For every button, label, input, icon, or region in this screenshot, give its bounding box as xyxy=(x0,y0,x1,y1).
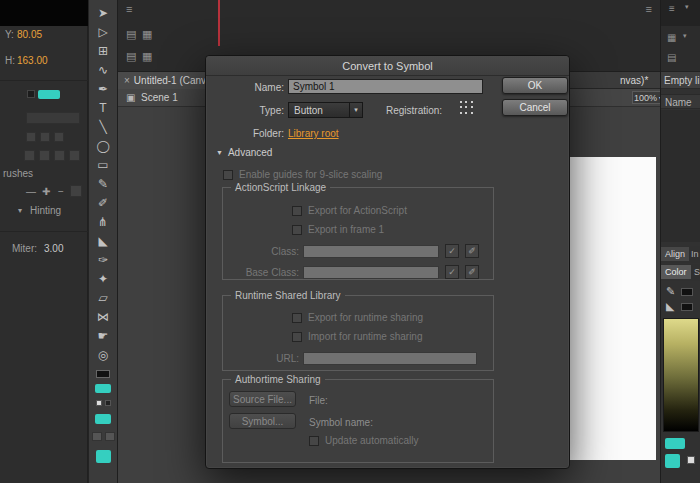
dock-list-icon[interactable]: ▤ xyxy=(667,52,676,63)
new-folder-icon[interactable]: ▤ xyxy=(126,28,136,41)
line-tool-icon[interactable]: ╲ xyxy=(89,117,117,136)
cancel-button[interactable]: Cancel xyxy=(502,99,568,116)
bone-tool-icon[interactable]: ⋔ xyxy=(89,212,117,231)
url-input[interactable] xyxy=(303,352,477,365)
rectangle-tool-icon[interactable]: ▭ xyxy=(89,155,117,174)
update-automatically-checkbox[interactable] xyxy=(309,436,319,446)
current-color-swatch[interactable] xyxy=(665,438,685,449)
ok-button[interactable]: OK xyxy=(502,77,568,94)
class-input[interactable] xyxy=(303,245,439,258)
symbol-button[interactable]: Symbol... xyxy=(229,413,296,429)
export-actionscript-checkbox[interactable] xyxy=(292,206,302,216)
fill-color-swatch[interactable] xyxy=(95,384,111,393)
library-item-list[interactable] xyxy=(661,110,700,242)
pen-tool-icon[interactable]: ✒ xyxy=(89,79,117,98)
panel-menu-icon[interactable]: ≡ xyxy=(126,3,132,15)
remove-brush-icon[interactable]: − xyxy=(58,186,64,197)
base-class-validate-button[interactable]: ✓ xyxy=(445,265,459,279)
subselection-tool-icon[interactable]: ▷ xyxy=(89,22,117,41)
stroke-color-chip[interactable] xyxy=(681,288,693,296)
close-tab-icon[interactable]: × xyxy=(124,75,130,86)
class-validate-button[interactable]: ✓ xyxy=(445,244,459,258)
class-edit-button[interactable]: ✐ xyxy=(465,244,479,258)
export-frame1-checkbox[interactable] xyxy=(292,225,302,235)
fill-color-swatch[interactable] xyxy=(38,90,60,99)
miter-label: Miter: xyxy=(12,243,37,254)
registration-grid[interactable] xyxy=(458,99,475,116)
fill-color-bucket-icon[interactable]: ◣ xyxy=(666,300,674,313)
joint-option-button[interactable] xyxy=(54,150,65,161)
hand-tool-icon[interactable]: ☛ xyxy=(89,326,117,345)
type-dropdown[interactable]: Button ▾ xyxy=(288,102,363,118)
stroke-option-button[interactable] xyxy=(40,132,50,142)
width-tool-icon[interactable]: ⋈ xyxy=(89,307,117,326)
free-transform-tool-icon[interactable]: ⊞ xyxy=(89,41,117,60)
library-root-link[interactable]: Library root xyxy=(288,128,339,139)
dialog-title-bar[interactable]: Convert to Symbol xyxy=(206,56,569,76)
base-class-edit-button[interactable]: ✐ xyxy=(465,265,479,279)
workspace-menu-icon[interactable]: ≡ xyxy=(669,3,675,14)
advanced-section-toggle[interactable]: ▼ Advanced xyxy=(216,147,272,158)
default-colors-icon[interactable] xyxy=(96,400,102,406)
base-class-input[interactable] xyxy=(303,266,439,279)
alpha-swatch[interactable] xyxy=(687,456,695,464)
slice-guides-checkbox[interactable] xyxy=(223,170,233,180)
symbol-name-input[interactable]: Symbol 1 xyxy=(288,79,483,94)
add-brush-icon[interactable]: ✚ xyxy=(42,186,50,197)
frame-grid-icon[interactable]: ▦ xyxy=(142,28,152,41)
tool-option-button[interactable] xyxy=(105,432,115,441)
color-default-swap-controls xyxy=(96,400,111,406)
joint-option-button[interactable] xyxy=(24,150,35,161)
brush-editor-button[interactable] xyxy=(70,185,82,197)
chevron-down-icon[interactable]: ▾ xyxy=(683,32,687,40)
text-tool-icon[interactable]: T xyxy=(89,98,117,117)
lasso-tool-icon[interactable]: ∿ xyxy=(89,60,117,79)
color-preview-swatch[interactable] xyxy=(665,454,680,468)
fill-color-chip[interactable] xyxy=(681,303,693,311)
tab-color[interactable]: Color xyxy=(661,265,691,279)
style-dropdown[interactable] xyxy=(26,112,80,124)
right-panel-column: ≡ ▾ ▦ ▾ ▤ Empty libra Name Align In Colo… xyxy=(660,0,700,483)
export-actionscript-label: Export for ActionScript xyxy=(308,205,407,216)
dock-grid-icon[interactable]: ▦ xyxy=(667,32,676,43)
playhead-marker[interactable] xyxy=(218,0,220,46)
library-name-column-header[interactable]: Name xyxy=(661,94,700,109)
stroke-option-button[interactable] xyxy=(26,132,36,142)
y-coordinate-value[interactable]: 80.05 xyxy=(17,29,42,40)
stroke-color-swatch[interactable] xyxy=(96,370,110,378)
export-runtime-checkbox[interactable] xyxy=(292,313,302,323)
registration-label: Registration: xyxy=(386,105,442,116)
selection-tool-icon[interactable]: ➤ xyxy=(89,3,117,22)
timeline-menu-icon[interactable]: ≡ xyxy=(646,3,652,15)
eyedropper-tool-icon[interactable]: ✦ xyxy=(89,269,117,288)
layer-folder-icon[interactable]: ▤ xyxy=(126,50,136,63)
stroke-option-button[interactable] xyxy=(54,132,64,142)
hinting-dropdown[interactable]: Hinting xyxy=(30,205,61,216)
tab-info-fragment[interactable]: In xyxy=(691,249,699,259)
joint-option-button[interactable] xyxy=(39,150,50,161)
zoom-tool-icon[interactable]: ◎ xyxy=(89,345,117,364)
swap-colors-icon[interactable] xyxy=(105,400,111,406)
pencil-tool-icon[interactable]: ✎ xyxy=(89,174,117,193)
height-value[interactable]: 163.00 xyxy=(17,55,48,66)
ink-bottle-tool-icon[interactable]: ✑ xyxy=(89,250,117,269)
eraser-tool-icon[interactable]: ▱ xyxy=(89,288,117,307)
brush-tool-icon[interactable]: ✐ xyxy=(89,193,117,212)
oval-tool-icon[interactable]: ◯ xyxy=(89,136,117,155)
source-file-button[interactable]: Source File... xyxy=(229,391,296,407)
zoom-level-value: 100% xyxy=(634,93,657,103)
fill-color-swatch[interactable] xyxy=(95,414,111,424)
paint-bucket-tool-icon[interactable]: ◣ xyxy=(89,231,117,250)
scene-breadcrumb[interactable]: Scene 1 xyxy=(141,92,178,103)
import-runtime-checkbox[interactable] xyxy=(292,332,302,342)
color-picker-gradient[interactable] xyxy=(663,318,699,432)
tab-swatches-fragment[interactable]: S xyxy=(694,267,700,277)
tab-align[interactable]: Align xyxy=(661,247,689,261)
chevron-down-icon[interactable]: ▾ xyxy=(685,3,689,11)
layer-grid-icon[interactable]: ▦ xyxy=(142,50,152,63)
tool-option-button[interactable] xyxy=(92,432,102,441)
fill-color-swatch[interactable] xyxy=(96,450,111,463)
joint-option-button[interactable] xyxy=(69,150,80,161)
miter-value[interactable]: 3.00 xyxy=(44,243,63,254)
stroke-color-pencil-icon[interactable]: ✎ xyxy=(666,285,675,298)
